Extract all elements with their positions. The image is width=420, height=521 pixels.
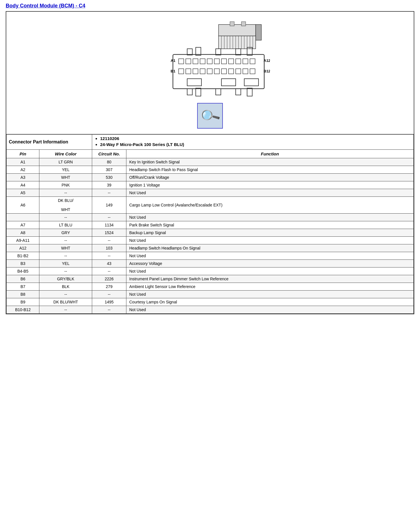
circuit-no-cell: -- <box>92 214 126 221</box>
svg-rect-18 <box>187 49 192 55</box>
table-row: B8----Not Used <box>7 291 414 298</box>
wire-color-cell: -- <box>39 252 92 260</box>
magnifier-icon: 🔍 <box>199 105 221 127</box>
function-cell: Headlamp Switch Flash to Pass Signal <box>126 166 414 174</box>
wire-color-cell: LT BLU <box>39 221 92 229</box>
svg-rect-50 <box>250 69 255 74</box>
function-cell: Not Used <box>126 267 414 275</box>
header-function: Function <box>126 150 414 158</box>
pin-cell: A1 <box>7 158 39 166</box>
circuit-no-cell: -- <box>92 237 126 244</box>
svg-rect-34 <box>221 59 227 64</box>
connector-info-label: Connector Part Information <box>7 135 92 150</box>
svg-rect-57 <box>244 79 259 86</box>
circuit-no-cell: -- <box>92 189 126 197</box>
function-cell: Headlamp Switch Headlamps On Signal <box>126 244 414 252</box>
pin-cell: A6 <box>7 197 39 214</box>
table-row: B3YEL43Accessory Voltage <box>7 260 414 267</box>
circuit-no-cell: 1524 <box>92 229 126 237</box>
svg-rect-28 <box>179 59 184 64</box>
pin-cell: B6 <box>7 275 39 283</box>
function-cell: Courtesy Lamps On Signal <box>126 298 414 306</box>
wire-color-cell: -- <box>39 306 92 314</box>
svg-rect-29 <box>186 59 191 64</box>
table-row: A8GRY1524Backup Lamp Signal <box>7 229 414 237</box>
pin-cell: B4-B5 <box>7 267 39 275</box>
wire-color-cell: DK BLU/WHT <box>39 298 92 306</box>
pin-cell: B1-B2 <box>7 252 39 260</box>
svg-rect-17 <box>173 54 264 89</box>
table-row: A4PNK39Ignition 1 Voltage <box>7 181 414 189</box>
table-row: A5----Not Used <box>7 189 414 197</box>
connector-info-row: Connector Part Information 12110206 24-W… <box>7 135 414 150</box>
pin-cell: A7 <box>7 221 39 229</box>
svg-rect-16 <box>241 22 246 26</box>
circuit-no-cell: -- <box>92 252 126 260</box>
circuit-no-cell: 2226 <box>92 275 126 283</box>
svg-rect-42 <box>193 69 198 74</box>
magnifier-button[interactable]: 🔍 <box>197 103 223 129</box>
wire-color-cell: GRY/BLK <box>39 275 92 283</box>
page-container: Body Control Module (BCM) - C4 <box>0 0 420 320</box>
wire-color-cell: YEL <box>39 260 92 267</box>
wire-color-cell: WHT <box>39 244 92 252</box>
svg-rect-35 <box>229 59 234 64</box>
connector-part-cell: 12110206 24-Way F Micro-Pack 100 Series … <box>92 135 414 150</box>
svg-rect-24 <box>196 88 201 96</box>
connector-diagram: A1 A12 B1 B12 <box>150 17 270 97</box>
svg-rect-32 <box>207 59 212 64</box>
table-row: A12WHT103Headlamp Switch Headlamps On Si… <box>7 244 414 252</box>
circuit-no-cell: 39 <box>92 181 126 189</box>
part-description: 24-Way F Micro-Pack 100 Series (LT BLU) <box>100 142 411 147</box>
svg-rect-21 <box>236 49 241 55</box>
circuit-no-cell: 530 <box>92 174 126 181</box>
svg-rect-49 <box>243 69 248 74</box>
function-cell: Not Used <box>126 291 414 298</box>
table-row: B9DK BLU/WHT1495Courtesy Lamps On Signal <box>7 298 414 306</box>
pin-cell: A3 <box>7 174 39 181</box>
svg-rect-25 <box>216 89 221 95</box>
pin-cell: A5 <box>7 189 39 197</box>
pin-cell: B7 <box>7 283 39 291</box>
header-circuit-no: Circuit No. <box>92 150 126 158</box>
wire-color-cell: -- <box>39 214 92 221</box>
function-cell: Key In Ignition Switch Signal <box>126 158 414 166</box>
svg-rect-43 <box>200 69 205 74</box>
svg-rect-41 <box>186 69 191 74</box>
function-cell: Instrument Panel Lamps Dimmer Switch Low… <box>126 275 414 283</box>
function-cell: Backup Lamp Signal <box>126 229 414 237</box>
pin-cell: A12 <box>7 244 39 252</box>
wire-color-cell: -- <box>39 237 92 244</box>
svg-rect-33 <box>214 59 219 64</box>
table-row: ----Not Used <box>7 214 414 221</box>
function-cell: Accessory Voltage <box>126 260 414 267</box>
wire-color-cell: LT GRN <box>39 158 92 166</box>
table-row: B1-B2----Not Used <box>7 252 414 260</box>
connector-table: Connector Part Information 12110206 24-W… <box>6 134 414 314</box>
svg-rect-31 <box>200 59 205 64</box>
svg-rect-0 <box>219 25 256 36</box>
svg-rect-48 <box>236 69 241 74</box>
svg-rect-27 <box>247 88 252 96</box>
circuit-no-cell: 1495 <box>92 298 126 306</box>
function-cell: Cargo Lamp Low Control (Avalanche/Escala… <box>126 197 414 214</box>
svg-rect-45 <box>214 69 219 74</box>
wire-color-cell: DK BLU/WHT <box>39 197 92 214</box>
table-row: B7BLK279Ambient Light Sensor Low Referen… <box>7 283 414 291</box>
svg-rect-26 <box>236 89 241 95</box>
circuit-no-cell: 279 <box>92 283 126 291</box>
pin-cell <box>7 214 39 221</box>
pin-cell: B10-B12 <box>7 306 39 314</box>
circuit-no-cell: 307 <box>92 166 126 174</box>
svg-rect-40 <box>179 69 184 74</box>
circuit-no-cell: 1134 <box>92 221 126 229</box>
circuit-no-cell: 103 <box>92 244 126 252</box>
table-row: A3WHT530Off/Run/Crank Voltage <box>7 174 414 181</box>
pin-cell: B9 <box>7 298 39 306</box>
table-row: A1LT GRN80Key In Ignition Switch Signal <box>7 158 414 166</box>
svg-rect-37 <box>243 59 248 64</box>
main-box: A1 A12 B1 B12 🔍 <box>6 11 414 314</box>
circuit-no-cell: 80 <box>92 158 126 166</box>
svg-rect-55 <box>187 79 201 86</box>
function-cell: Ambient Light Sensor Low Reference <box>126 283 414 291</box>
